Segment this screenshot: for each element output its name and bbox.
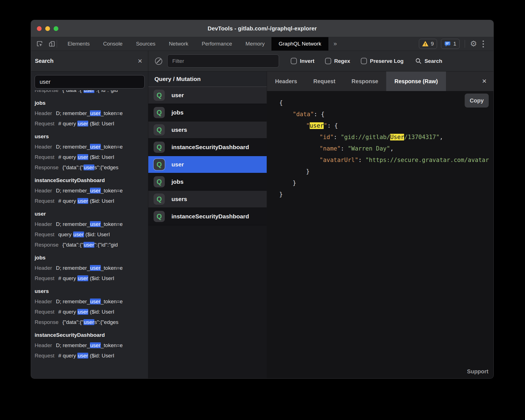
result-line-header[interactable]: HeaderD; remember_user_token=e xyxy=(35,143,148,150)
result-group-heading-users[interactable]: users xyxy=(35,133,148,140)
toolbar-search[interactable]: Search xyxy=(415,58,442,64)
messages-badge[interactable]: 1 xyxy=(441,39,460,49)
regex-checkbox-label: Regex xyxy=(334,58,350,64)
query-item-jobs[interactable]: Qjobs xyxy=(148,173,267,191)
filter-input[interactable] xyxy=(167,54,279,68)
result-group-heading-jobs[interactable]: jobs xyxy=(35,254,148,261)
json-code: {"data": {"user": {"id": "gid://gitlab/U… xyxy=(267,97,493,200)
window-title: DevTools - gitlab.com/-/graphql-explorer xyxy=(31,25,493,32)
result-group-heading-instancesecuritydashboard[interactable]: instanceSecurityDashboard xyxy=(35,177,148,184)
query-item-instancesecuritydashboard[interactable]: QinstanceSecurityDashboard xyxy=(148,208,267,225)
query-item-instancesecuritydashboard[interactable]: QinstanceSecurityDashboard xyxy=(148,139,267,156)
network-toolbar: InvertRegexPreserve Log Search xyxy=(148,51,493,71)
checkbox-preserve-log[interactable]: Preserve Log xyxy=(361,58,404,64)
result-group-heading-users[interactable]: users xyxy=(35,288,148,295)
devtools-tab-bar: ElementsConsoleSourcesNetworkPerformance… xyxy=(31,37,493,51)
result-line-text: D; remember_user_token=e xyxy=(56,342,123,348)
detail-tab-response[interactable]: Response xyxy=(343,71,386,91)
support-link[interactable]: Support xyxy=(467,368,488,375)
result-line-text: D; remember_user_token=e xyxy=(56,188,123,194)
detail-tab-bar: HeadersRequestResponseResponse (Raw) ✕ xyxy=(267,71,493,91)
query-type-badge: Q xyxy=(154,159,165,170)
result-line-text: D; remember_user_token=e xyxy=(56,110,123,116)
result-line-label: Request xyxy=(35,353,54,359)
result-line-header[interactable]: HeaderD; remember_user_token=e xyxy=(35,264,148,271)
settings-gear-icon[interactable]: ⚙ xyxy=(470,40,477,48)
result-line-request[interactable]: Request# query user ($id: UserI xyxy=(35,197,148,204)
query-list-panel: Query / Mutation QuserQjobsQusersQinstan… xyxy=(148,71,267,378)
json-line: "data": { xyxy=(267,109,493,120)
result-line-header[interactable]: HeaderD; remember_user_token=e xyxy=(35,342,148,349)
tabbar-separator xyxy=(57,40,57,48)
query-item-users[interactable]: Qusers xyxy=(148,191,267,208)
result-line-request[interactable]: Request# query user ($id: UserI xyxy=(35,275,148,282)
query-item-jobs[interactable]: Qjobs xyxy=(148,104,267,121)
result-line-response[interactable]: Response{"data":{"user":{"id":"gid xyxy=(35,90,148,94)
detail-tab-response-raw[interactable]: Response (Raw) xyxy=(386,71,446,91)
result-line-label: Header xyxy=(35,265,52,271)
json-line: { xyxy=(267,97,493,109)
clear-log-icon[interactable] xyxy=(155,58,162,65)
query-type-badge: Q xyxy=(154,194,165,205)
query-item-label: jobs xyxy=(171,178,183,185)
result-line-header[interactable]: HeaderD; remember_user_token=e xyxy=(35,298,148,305)
result-line-label: Header xyxy=(35,188,52,194)
query-item-user[interactable]: Quser xyxy=(148,156,267,173)
result-line-request[interactable]: Request# query user ($id: UserI xyxy=(35,352,148,359)
device-toolbar-icon[interactable] xyxy=(48,40,56,47)
inspect-element-icon[interactable] xyxy=(36,40,43,47)
devtools-tab-memory[interactable]: Memory xyxy=(239,37,271,51)
result-line-response[interactable]: Response{"data":{"users":{"edges xyxy=(35,319,148,326)
result-line-header[interactable]: HeaderD; remember_user_token=e xyxy=(35,110,148,117)
copy-button[interactable]: Copy xyxy=(465,94,489,108)
query-item-user[interactable]: Quser xyxy=(148,87,267,104)
more-tabs-chevron-icon[interactable]: » xyxy=(328,37,342,51)
message-icon xyxy=(444,41,451,47)
detail-tab-headers[interactable]: Headers xyxy=(267,71,305,91)
query-item-users[interactable]: Qusers xyxy=(148,121,267,139)
checkbox-invert[interactable]: Invert xyxy=(291,58,314,64)
detail-close-icon[interactable]: ✕ xyxy=(482,71,487,91)
json-line: "id": "gid://gitlab/User/13704317", xyxy=(267,132,493,143)
more-options-kebab-icon[interactable] xyxy=(481,40,486,47)
toolbar-row: Search ✕ InvertRegexPreserve Log Search xyxy=(31,51,493,71)
result-group-heading-jobs[interactable]: jobs xyxy=(35,100,148,106)
devtools-tab-elements[interactable]: Elements xyxy=(61,37,96,51)
warnings-badge[interactable]: 9 xyxy=(419,39,437,49)
devtools-tab-sources[interactable]: Sources xyxy=(129,37,162,51)
result-group-heading-instancesecuritydashboard[interactable]: instanceSecurityDashboard xyxy=(35,332,148,338)
result-line-label: Request xyxy=(35,309,54,315)
detail-tab-request[interactable]: Request xyxy=(305,71,343,91)
result-line-request[interactable]: Request# query user ($id: UserI xyxy=(35,308,148,315)
filter-checkboxes: InvertRegexPreserve Log xyxy=(291,58,404,64)
devtools-tab-graphql-network[interactable]: GraphQL Network xyxy=(271,37,328,51)
result-line-text: # query user ($id: UserI xyxy=(58,309,114,315)
devtools-tab-performance[interactable]: Performance xyxy=(195,37,239,51)
json-line: "avatarUrl": "https://secure.gravatar.co… xyxy=(267,154,493,166)
result-line-request[interactable]: Request# query user ($id: UserI xyxy=(35,154,148,161)
preserve-log-checkbox-label: Preserve Log xyxy=(370,58,404,64)
checkbox-regex[interactable]: Regex xyxy=(325,58,350,64)
result-line-request[interactable]: Requestquery user ($id: UserI xyxy=(35,231,148,238)
result-line-header[interactable]: HeaderD; remember_user_token=e xyxy=(35,221,148,228)
devtools-tab-console[interactable]: Console xyxy=(96,37,129,51)
result-line-label: Header xyxy=(35,299,52,304)
result-line-response[interactable]: Response{"data":{"users":{"edges xyxy=(35,164,148,171)
result-line-text: # query user ($id: UserI xyxy=(58,275,114,281)
badges-separator xyxy=(465,40,465,48)
main-content: Response{"data":{"user":{"id":"gidjobsHe… xyxy=(31,71,493,378)
devtools-tab-network[interactable]: Network xyxy=(162,37,195,51)
result-line-label: Header xyxy=(35,144,52,150)
response-raw-view: Copy {"data": {"user": {"id": "gid://git… xyxy=(267,91,493,378)
result-line-request[interactable]: Request# query user ($id: UserI xyxy=(35,120,148,127)
search-input[interactable] xyxy=(35,75,145,89)
result-line-response[interactable]: Response{"data":{"user":{"id":"gid xyxy=(35,241,148,248)
result-group-heading-user[interactable]: user xyxy=(35,211,148,217)
result-line-label: Header xyxy=(35,221,52,227)
search-panel-close-icon[interactable]: ✕ xyxy=(137,58,142,64)
query-item-label: user xyxy=(171,92,184,99)
toolbar-search-label: Search xyxy=(424,58,442,64)
result-line-header[interactable]: HeaderD; remember_user_token=e xyxy=(35,187,148,194)
result-line-text: # query user ($id: UserI xyxy=(58,121,114,127)
query-type-badge: Q xyxy=(154,107,165,118)
